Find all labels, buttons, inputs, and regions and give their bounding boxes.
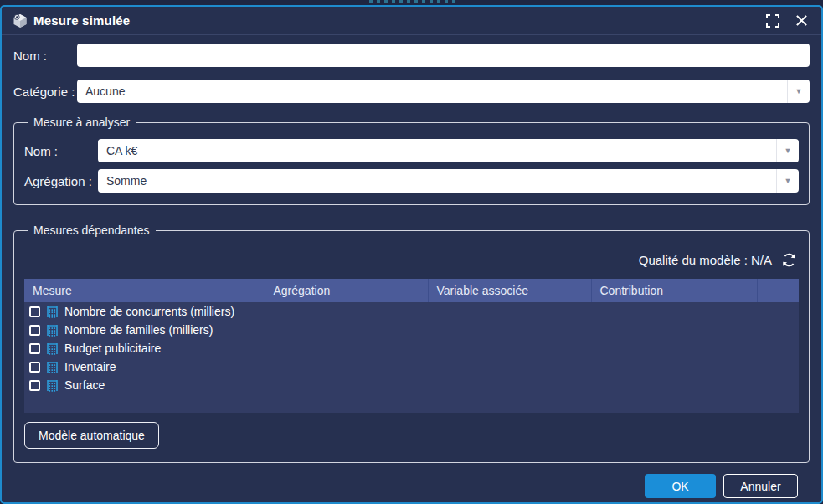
aggregation-dropdown[interactable]: Somme ▼ xyxy=(98,169,799,193)
row-checkbox[interactable] xyxy=(29,306,40,317)
chevron-down-icon: ▼ xyxy=(795,88,803,95)
cell-aggregation xyxy=(265,376,428,394)
measure-to-analyze-legend: Mesure à analyser xyxy=(28,116,136,129)
cancel-button[interactable]: Annuler xyxy=(723,474,798,498)
cell-contribution xyxy=(591,302,757,321)
name-input[interactable] xyxy=(77,44,810,67)
measure-to-analyze-group: Mesure à analyser Nom : CA k€ ▼ Agrégati… xyxy=(13,116,810,205)
model-quality-row: Qualité du modèle : N/A xyxy=(24,252,797,268)
table-row[interactable]: Nombre de concurrents (milliers) xyxy=(24,302,799,321)
abacus-measure-icon xyxy=(46,361,59,373)
cell-variable xyxy=(428,321,591,339)
chevron-down-icon: ▼ xyxy=(784,147,792,155)
abacus-measure-icon xyxy=(46,324,59,337)
name-label: Nom : xyxy=(13,49,77,63)
ok-button[interactable]: OK xyxy=(645,474,716,498)
cell-aggregation xyxy=(265,321,428,339)
table-filler xyxy=(24,394,799,413)
cell-contribution xyxy=(591,339,757,357)
cell-variable xyxy=(428,302,591,321)
refresh-icon[interactable] xyxy=(781,252,797,268)
cell-aggregation xyxy=(265,357,428,376)
measure-label: Nombre de concurrents (milliers) xyxy=(64,305,234,318)
category-dropdown-arrow-box[interactable]: ▼ xyxy=(787,80,810,103)
category-dropdown[interactable]: Aucune ▼ xyxy=(77,80,810,103)
measure-label: Inventaire xyxy=(64,360,116,373)
maximize-icon[interactable] xyxy=(764,13,781,29)
cell-aggregation xyxy=(265,339,428,357)
dialog-content: Nom : Catégorie : Aucune ▼ Mesure à anal… xyxy=(2,35,821,504)
cell-contribution xyxy=(591,357,757,376)
model-quality-label: Qualité du modèle : N/A xyxy=(639,253,772,267)
column-header-aggregation[interactable]: Agrégation xyxy=(265,279,428,302)
measure-name-row: Nom : CA k€ ▼ xyxy=(24,139,799,162)
dialog-footer: OK Annuler xyxy=(13,463,810,504)
table-row[interactable]: Nombre de familles (milliers) xyxy=(24,321,799,339)
simulation-cube-icon xyxy=(12,13,28,29)
abacus-measure-icon xyxy=(46,379,59,392)
column-header-empty xyxy=(757,279,799,302)
cell-empty xyxy=(757,339,799,357)
category-label: Catégorie : xyxy=(13,85,77,99)
aggregation-dropdown-arrow-box[interactable]: ▼ xyxy=(776,169,799,193)
abacus-measure-icon xyxy=(46,342,59,355)
category-row: Catégorie : Aucune ▼ xyxy=(13,80,810,103)
aggregation-row: Agrégation : Somme ▼ xyxy=(24,169,799,193)
cell-variable xyxy=(428,339,591,357)
cell-empty xyxy=(757,376,799,394)
cell-empty xyxy=(757,302,799,321)
dependent-measures-group: Mesures dépendantes Qualité du modèle : … xyxy=(13,224,810,463)
cell-contribution xyxy=(591,376,757,394)
auto-model-button[interactable]: Modèle automatique xyxy=(24,422,159,449)
chevron-down-icon: ▼ xyxy=(784,177,792,185)
table-row[interactable]: Surface xyxy=(24,376,799,394)
abacus-measure-icon xyxy=(46,306,59,318)
dependent-measures-legend: Mesures dépendantes xyxy=(28,224,156,237)
measure-name-dropdown-arrow-box[interactable]: ▼ xyxy=(776,139,799,162)
close-icon[interactable] xyxy=(793,13,810,29)
background-app-remnant xyxy=(369,0,458,3)
aggregation-label: Agrégation : xyxy=(24,174,98,188)
cell-aggregation xyxy=(265,302,428,321)
dialog-titlebar: Mesure simulée xyxy=(2,7,821,35)
column-header-contribution[interactable]: Contribution xyxy=(591,279,757,302)
aggregation-selected-value: Somme xyxy=(98,174,776,188)
measure-label: Budget publicitaire xyxy=(64,342,161,355)
cell-empty xyxy=(757,357,799,376)
table-row[interactable]: Inventaire xyxy=(24,357,799,376)
row-checkbox[interactable] xyxy=(29,325,40,336)
cell-contribution xyxy=(591,321,757,339)
measure-name-label: Nom : xyxy=(24,144,98,158)
measure-label: Surface xyxy=(64,378,105,392)
category-selected-value: Aucune xyxy=(77,85,787,98)
table-row[interactable]: Budget publicitaire xyxy=(24,339,799,357)
measure-name-selected-value: CA k€ xyxy=(98,144,776,157)
cell-variable xyxy=(428,357,591,376)
column-header-variable[interactable]: Variable associée xyxy=(428,279,591,302)
dialog-title: Mesure simulée xyxy=(33,13,130,28)
row-checkbox[interactable] xyxy=(29,362,40,373)
measure-label: Nombre de familles (milliers) xyxy=(64,323,213,337)
dependent-measures-table: Mesure Agrégation Variable associée Cont… xyxy=(24,279,799,413)
measure-name-dropdown[interactable]: CA k€ ▼ xyxy=(98,139,799,162)
row-checkbox[interactable] xyxy=(29,380,40,391)
column-header-measure[interactable]: Mesure xyxy=(24,279,265,302)
row-checkbox[interactable] xyxy=(29,343,40,354)
cell-empty xyxy=(757,321,799,339)
name-row: Nom : xyxy=(13,44,810,67)
cell-variable xyxy=(428,376,591,394)
table-header-row: Mesure Agrégation Variable associée Cont… xyxy=(24,279,799,302)
mesure-simulee-dialog: Mesure simulée Nom : Catégorie : Aucune … xyxy=(0,5,823,504)
